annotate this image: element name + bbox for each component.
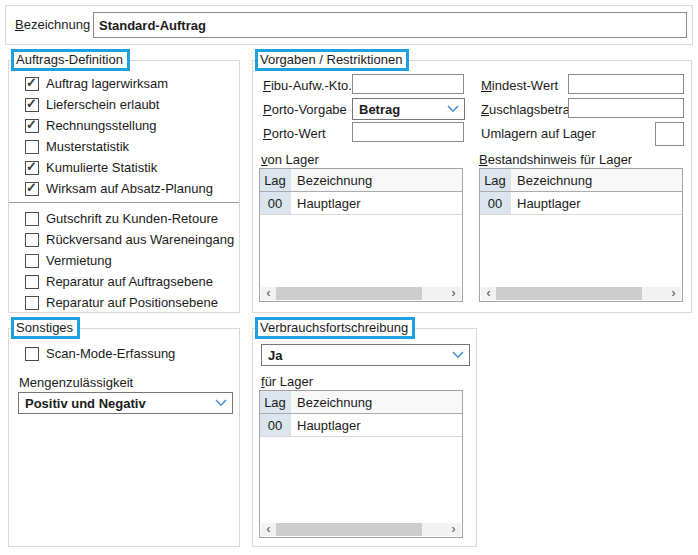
bezeichnung-label: Bezeichnung — [15, 17, 90, 32]
checkbox[interactable] — [25, 140, 39, 154]
column-header-lag[interactable]: Lag — [260, 169, 291, 191]
checkbox-list-sonstiges: Scan-Mode-Erfassung — [25, 343, 235, 364]
checkbox-list-auftrag-top: Auftrag lagerwirksam Lieferschein erlaub… — [25, 73, 235, 199]
von-lager-table: Lag Bezeichnung 00 Hauptlager ‹ › — [259, 168, 463, 302]
checkbox-row[interactable]: Reparatur auf Auftragsebene — [25, 271, 235, 292]
scroll-right-icon[interactable]: › — [666, 287, 681, 300]
table-body: 00 Hauptlager — [480, 192, 682, 215]
checkbox-label: Lieferschein erlaubt — [46, 97, 159, 112]
table-body: 00 Hauptlager — [260, 192, 462, 215]
scrollbar-track[interactable] — [276, 523, 446, 536]
mindest-wert-input[interactable] — [568, 74, 684, 94]
scrollbar-thumb[interactable] — [276, 523, 422, 536]
table-header: Lag Bezeichnung — [260, 391, 462, 414]
checkbox[interactable] — [25, 212, 39, 226]
cell-bezeichnung: Hauptlager — [511, 192, 682, 214]
column-header-bezeichnung[interactable]: Bezeichnung — [291, 169, 462, 191]
checkbox-row[interactable]: Gutschrift zu Kunden-Retoure — [25, 208, 235, 229]
table-row[interactable]: 00 Hauptlager — [480, 192, 682, 215]
bezeichnung-input[interactable] — [93, 12, 687, 38]
checkbox-row[interactable]: Auftrag lagerwirksam — [25, 73, 235, 94]
checkbox[interactable] — [25, 233, 39, 247]
group-sonstiges: Sonstiges Scan-Mode-Erfassung Mengenzulä… — [8, 328, 240, 547]
group-auftrags-definition: Auftrags-Definition Auftrag lagerwirksam… — [8, 60, 240, 313]
chevron-down-icon — [447, 105, 459, 113]
checkbox-label: Rückversand aus Wareneingang — [46, 232, 234, 247]
table-row[interactable]: 00 Hauptlager — [260, 414, 462, 437]
scroll-left-icon[interactable]: ‹ — [261, 523, 276, 536]
umlagern-auf-lager-input[interactable] — [655, 122, 684, 146]
form-page: Bezeichnung Auftrags-Definition Auftrag … — [0, 0, 698, 555]
group-title-verbrauch: Verbrauchsfortschreibung — [255, 317, 415, 339]
checkbox-row[interactable]: Wirksam auf Absatz-Planung — [25, 178, 235, 199]
checkbox-row[interactable]: Vermietung — [25, 250, 235, 271]
checkbox-label: Auftrag lagerwirksam — [46, 76, 168, 91]
horizontal-scrollbar[interactable]: ‹ › — [481, 287, 681, 300]
scroll-left-icon[interactable]: ‹ — [481, 287, 496, 300]
column-header-lag[interactable]: Lag — [260, 391, 291, 413]
scrollbar-thumb[interactable] — [496, 287, 642, 300]
column-header-bezeichnung[interactable]: Bezeichnung — [511, 169, 682, 191]
porto-vorgabe-label: Porto-Vorgabe — [263, 102, 347, 117]
bestandshinweis-label: Bestandshinweis für Lager — [479, 152, 632, 167]
checkbox-row[interactable]: Musterstatistik — [25, 136, 235, 157]
umlagern-auf-lager-label: Umlagern auf Lager — [481, 126, 596, 141]
mengenzulaessigkeit-value: Positiv und Negativ — [25, 396, 146, 411]
scroll-right-icon[interactable]: › — [446, 523, 461, 536]
checkbox-label: Kumulierte Statistik — [46, 160, 157, 175]
checkbox-row[interactable]: Rückversand aus Wareneingang — [25, 229, 235, 250]
checkbox-label: Rechnungsstellung — [46, 118, 157, 133]
checkbox-label: Musterstatistik — [46, 139, 129, 154]
scroll-left-icon[interactable]: ‹ — [261, 287, 276, 300]
group-title-sonstiges: Sonstiges — [11, 317, 80, 339]
horizontal-scrollbar[interactable]: ‹ › — [261, 287, 461, 300]
von-lager-label: von Lager — [261, 152, 319, 167]
checkbox[interactable] — [25, 98, 39, 112]
fuer-lager-table: Lag Bezeichnung 00 Hauptlager ‹ › — [259, 390, 463, 538]
checkbox-row[interactable]: Rechnungsstellung — [25, 115, 235, 136]
cell-lag: 00 — [260, 192, 291, 214]
checkbox[interactable] — [25, 161, 39, 175]
porto-wert-input[interactable] — [352, 122, 464, 142]
group-title-vorgaben: Vorgaben / Restriktionen — [255, 49, 409, 71]
horizontal-scrollbar[interactable]: ‹ › — [261, 523, 461, 536]
separator-line — [9, 202, 239, 203]
checkbox-row[interactable]: Lieferschein erlaubt — [25, 94, 235, 115]
checkbox[interactable] — [25, 254, 39, 268]
table-row[interactable]: 00 Hauptlager — [260, 192, 462, 215]
checkbox-row[interactable]: Scan-Mode-Erfassung — [25, 343, 235, 364]
scroll-right-icon[interactable]: › — [446, 287, 461, 300]
checkbox[interactable] — [25, 296, 39, 310]
group-vorgaben-restriktionen: Vorgaben / Restriktionen Fibu-Aufw.-Kto.… — [252, 60, 692, 313]
scrollbar-thumb[interactable] — [276, 287, 422, 300]
verbrauch-value: Ja — [268, 348, 282, 363]
checkbox-label: Scan-Mode-Erfassung — [46, 346, 175, 361]
mengenzulaessigkeit-label: Mengenzulässigkeit — [19, 375, 133, 390]
verbrauch-dropdown[interactable]: Ja — [261, 344, 470, 366]
table-body: 00 Hauptlager — [260, 414, 462, 437]
column-header-bezeichnung[interactable]: Bezeichnung — [291, 391, 462, 413]
cell-lag: 00 — [260, 414, 291, 436]
checkbox[interactable] — [25, 77, 39, 91]
checkbox[interactable] — [25, 119, 39, 133]
fuer-lager-label: für Lager — [261, 374, 313, 389]
porto-vorgabe-value: Betrag — [359, 102, 400, 117]
mengenzulaessigkeit-dropdown[interactable]: Positiv und Negativ — [18, 392, 233, 414]
column-header-lag[interactable]: Lag — [480, 169, 511, 191]
group-title-auftrags-definition: Auftrags-Definition — [11, 49, 130, 71]
checkbox[interactable] — [25, 275, 39, 289]
checkbox-row[interactable]: Kumulierte Statistik — [25, 157, 235, 178]
zuschlagsbetrag-input[interactable] — [568, 98, 684, 118]
checkbox-label: Reparatur auf Positionsebene — [46, 295, 218, 310]
checkbox[interactable] — [25, 182, 39, 196]
scrollbar-track[interactable] — [496, 287, 666, 300]
fibu-aufw-kto-input[interactable] — [352, 74, 464, 94]
scrollbar-track[interactable] — [276, 287, 446, 300]
chevron-down-icon — [215, 399, 227, 407]
cell-lag: 00 — [480, 192, 511, 214]
porto-vorgabe-dropdown[interactable]: Betrag — [352, 98, 465, 120]
porto-wert-label: Porto-Wert — [263, 126, 326, 141]
checkbox-row[interactable]: Reparatur auf Positionsebene — [25, 292, 235, 313]
table-header: Lag Bezeichnung — [480, 169, 682, 192]
checkbox[interactable] — [25, 347, 39, 361]
